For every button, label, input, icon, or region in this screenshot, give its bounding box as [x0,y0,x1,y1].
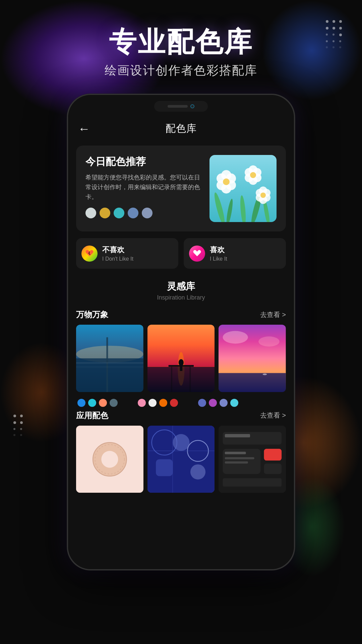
inspiration-title-cn: 灵感库 [76,280,286,293]
featured-color-swatches [85,208,203,218]
svg-rect-68 [225,451,246,454]
phone-notch [154,101,208,112]
svg-point-39 [178,359,183,366]
category-app-color: 应用配色 去查看 > [68,410,294,493]
app-color-link[interactable]: 去查看 > [260,411,286,420]
svg-rect-41 [168,365,193,367]
dislike-icon [81,246,98,262]
front-camera [190,104,194,108]
svg-point-48 [263,373,267,375]
svg-point-46 [258,336,280,346]
svg-rect-65 [264,464,282,474]
svg-rect-33 [76,363,143,364]
svg-rect-67 [225,434,250,437]
color-swatch-5[interactable] [142,208,153,218]
color-swatch-1[interactable] [85,208,96,218]
color-swatch-2[interactable] [100,208,110,218]
featured-card-desc: 希望能方便您寻找色彩的灵感。您可以在日常设计创作时，用来编辑和记录所需要的色卡。 [85,173,203,202]
image1-color-dots [77,399,118,407]
dots-decoration-left [13,415,23,436]
action-buttons-row: 不喜欢 I Don't Like It 喜欢 I Like It [76,238,286,269]
inspiration-title-en: Inspiration Library [76,294,286,301]
nav-title: 配色库 [166,122,197,136]
color-swatch-3[interactable] [114,208,124,218]
like-icon [189,246,205,262]
featured-card-title: 今日配色推荐 [85,155,203,168]
svg-point-51 [101,451,118,468]
svg-rect-57 [156,459,173,476]
svg-rect-62 [223,432,282,444]
svg-rect-43 [189,367,191,392]
speaker [168,105,188,108]
svg-rect-64 [264,449,282,461]
like-sub-text: I Like It [210,256,227,262]
category-image-grid [76,325,286,392]
svg-rect-34 [76,367,143,367]
like-text-wrap: 喜欢 I Like It [210,245,227,262]
svg-rect-32 [106,337,108,392]
dislike-text-wrap: 不喜欢 I Don't Like It [102,245,133,262]
svg-point-58 [190,464,205,479]
svg-rect-42 [171,367,172,392]
category-header-row: 万物万象 去查看 > [76,309,286,320]
inspiration-section-header: 灵感库 Inspiration Library [68,277,294,304]
svg-rect-69 [225,457,254,459]
featured-image [209,155,277,222]
svg-rect-66 [223,478,282,486]
header-section: 专业配色库 绘画设计创作者色彩搭配库 [0,0,362,79]
svg-point-45 [223,331,248,344]
image2-color-dots [138,399,178,407]
dislike-sub-text: I Don't Like It [102,256,133,262]
phone-mockup: ← 配色库 今日配色推荐 希望能方便您寻找色彩的灵感。您可以在日常设计创作时，用… [67,94,295,570]
app-content[interactable]: ← 配色库 今日配色推荐 希望能方便您寻找色彩的灵感。您可以在日常设计创作时，用… [68,95,294,569]
dislike-button[interactable]: 不喜欢 I Don't Like It [76,238,178,269]
svg-point-19 [250,172,256,178]
svg-rect-70 [225,461,248,463]
featured-text-area: 今日配色推荐 希望能方便您寻找色彩的灵感。您可以在日常设计创作时，用来编辑和记录… [85,155,203,218]
svg-rect-47 [219,373,286,392]
back-button[interactable]: ← [78,122,90,136]
header-title: 专业配色库 [0,27,362,57]
svg-point-26 [260,193,266,198]
phone-screen: ← 配色库 今日配色推荐 希望能方便您寻找色彩的灵感。您可以在日常设计创作时，用… [68,95,294,569]
category-link[interactable]: 去查看 > [260,310,286,319]
like-main-text: 喜欢 [210,245,227,255]
category-wanwu: 万物万象 去查看 > [68,309,294,407]
featured-card: 今日配色推荐 希望能方便您寻找色彩的灵感。您可以在日常设计创作时，用来编辑和记录… [76,146,286,231]
like-button[interactable]: 喜欢 I Like It [184,238,286,269]
phone-power-button [294,189,295,216]
image3-color-dots [198,399,238,407]
app-color-name: 应用配色 [76,410,108,421]
grid-image-2[interactable] [147,325,215,392]
grid-image-1[interactable] [76,325,143,392]
category-name: 万物万象 [76,309,108,320]
phone-frame: ← 配色库 今日配色推荐 希望能方便您寻找色彩的灵感。您可以在日常设计创作时，用… [67,94,295,570]
svg-point-12 [223,178,230,185]
color-swatch-4[interactable] [128,208,138,218]
grid-image-3[interactable] [219,325,286,392]
dislike-main-text: 不喜欢 [102,245,133,255]
app-img-3[interactable] [219,426,286,493]
app-color-header-row: 应用配色 去查看 > [76,410,286,421]
header-subtitle: 绘画设计创作者色彩搭配库 [0,62,362,79]
app-img-2[interactable] [147,426,215,493]
app-color-grid [76,426,286,493]
svg-point-55 [173,434,189,451]
app-img-1[interactable] [76,426,143,493]
